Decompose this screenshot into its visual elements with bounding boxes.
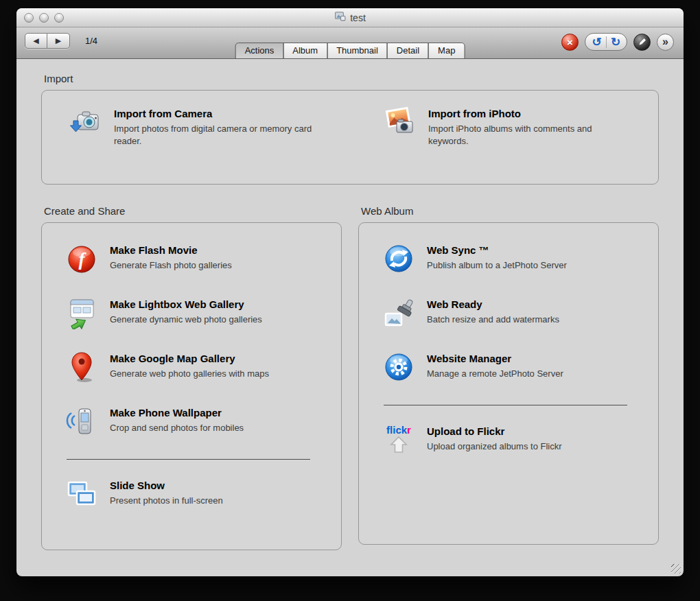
action-item-web-ready[interactable]: Web Ready Batch resize and add watermark… (382, 296, 647, 329)
web-album-column: Web Album (358, 201, 659, 545)
action-title: Make Flash Movie (110, 244, 232, 256)
action-subtitle: Publish album to a JetPhoto Server (427, 259, 567, 272)
create-share-box: f Make Flash Movie Generate Flash photo … (41, 222, 342, 550)
action-title: Make Google Map Gallery (110, 353, 269, 364)
action-title: Upload to Flickr (427, 425, 562, 437)
action-title: Import from Camera (114, 108, 316, 119)
action-title: Make Phone Wallpaper (110, 407, 244, 419)
redo-icon[interactable]: ↻ (606, 36, 625, 48)
section-label-create-share: Create and Share (44, 205, 342, 217)
import-box: Import from Camera Import photos from di… (41, 90, 659, 185)
action-text: Upload to Flickr Upload organized albums… (427, 423, 562, 456)
tab-album[interactable]: Album (283, 43, 327, 59)
tab-thumbnail[interactable]: Thumbnail (327, 43, 388, 59)
toolbar: ◀ ▶ 1/4 Actions Album Thumbnail Detail M… (16, 27, 684, 59)
tab-actions[interactable]: Actions (235, 43, 284, 59)
action-title: Import from iPhoto (428, 108, 631, 119)
edit-pen-icon[interactable] (633, 34, 651, 51)
action-text: Web Sync ™ Publish album to a JetPhoto S… (427, 242, 567, 275)
back-icon[interactable]: ◀ (25, 33, 47, 49)
action-subtitle: Generate web photo galleries with maps (110, 368, 269, 380)
web-album-divider (384, 405, 627, 405)
action-subtitle: Generate Flash photo galleries (110, 259, 232, 272)
actions-pane: Import Import from Camera Import photos (16, 59, 684, 576)
more-chevrons-icon[interactable]: » (657, 34, 674, 51)
action-item-make-google-map-gallery[interactable]: Make Google Map Gallery Generate web pho… (65, 351, 330, 384)
slide-show-icon (65, 478, 98, 510)
action-text: Slide Show Present photos in full-screen (110, 478, 223, 510)
title-bar[interactable]: test (16, 8, 684, 27)
nav-button-group: ◀ ▶ (25, 33, 70, 49)
lightbox-gallery-icon (65, 296, 98, 329)
svg-text:flickr: flickr (386, 424, 411, 436)
action-item-website-manager[interactable]: Website Manager Manage a remote JetPhoto… (382, 351, 647, 384)
flash-movie-icon: f (65, 242, 98, 275)
undo-icon[interactable]: ↺ (587, 36, 606, 48)
minimize-window-button[interactable] (39, 13, 49, 23)
action-text: Website Manager Manage a remote JetPhoto… (427, 351, 563, 384)
forward-icon[interactable]: ▶ (47, 33, 70, 49)
action-text: Import from Camera Import photos from di… (114, 106, 316, 147)
map-pin-icon (65, 351, 98, 384)
website-manager-gear-icon (382, 351, 415, 384)
create-share-column: Create and Share f Make Flash Movie (41, 201, 342, 550)
action-title: Slide Show (110, 480, 223, 491)
phone-wallpaper-icon (65, 405, 98, 438)
app-window: test ◀ ▶ 1/4 Actions Album Thumbnail Det… (16, 8, 684, 576)
action-item-make-flash-movie[interactable]: f Make Flash Movie Generate Flash photo … (65, 242, 330, 275)
page-indicator: 1/4 (85, 36, 97, 46)
document-icon (334, 10, 346, 25)
resize-grip[interactable] (671, 564, 681, 574)
view-tabs: Actions Album Thumbnail Detail Map (235, 43, 465, 59)
tab-detail[interactable]: Detail (387, 43, 429, 59)
action-title: Web Sync ™ (427, 244, 567, 256)
action-subtitle: Crop and send photos for mobiles (110, 422, 244, 434)
action-item-make-lightbox-gallery[interactable]: Make Lightbox Web Gallery Generate dynam… (65, 296, 330, 329)
action-title: Web Ready (427, 298, 559, 310)
action-subtitle: Manage a remote JetPhoto Server (427, 368, 563, 380)
action-title: Make Lightbox Web Gallery (110, 298, 262, 310)
toolbar-right-buttons: × ↺ ↻ » (561, 33, 674, 51)
flickr-upload-icon: flickr (382, 423, 415, 456)
action-subtitle: Generate dynamic web photo galleries (110, 314, 262, 326)
section-label-web-album: Web Album (361, 205, 659, 217)
iphoto-import-icon (384, 106, 417, 139)
undo-redo-group: ↺ ↻ (585, 33, 627, 51)
zoom-window-button[interactable] (54, 13, 64, 23)
action-text: Import from iPhoto Import iPhoto albums … (428, 106, 631, 147)
action-subtitle: Batch resize and add watermarks (427, 314, 559, 326)
action-text: Make Phone Wallpaper Crop and send photo… (110, 405, 244, 438)
action-text: Make Flash Movie Generate Flash photo ga… (110, 242, 232, 275)
action-subtitle: Upload organized albums to Flickr (427, 440, 562, 453)
web-album-box: Web Sync ™ Publish album to a JetPhoto S… (358, 222, 659, 545)
action-text: Make Lightbox Web Gallery Generate dynam… (110, 296, 262, 329)
web-ready-stamp-icon (382, 296, 415, 329)
create-share-divider (67, 459, 310, 460)
section-label-import: Import (44, 73, 659, 84)
window-title-group: test (334, 10, 366, 25)
tab-map[interactable]: Map (428, 43, 465, 59)
action-item-web-sync[interactable]: Web Sync ™ Publish album to a JetPhoto S… (382, 242, 647, 275)
action-subtitle: Present photos in full-screen (110, 495, 223, 507)
action-item-make-phone-wallpaper[interactable]: Make Phone Wallpaper Crop and send photo… (65, 405, 330, 438)
action-text: Web Ready Batch resize and add watermark… (427, 296, 559, 329)
action-item-import-from-camera[interactable]: Import from Camera Import photos from di… (69, 106, 384, 147)
action-item-upload-to-flickr[interactable]: flickr Upload to Flickr Upload organized… (382, 423, 647, 456)
action-text: Make Google Map Gallery Generate web pho… (110, 351, 269, 384)
close-red-icon[interactable]: × (561, 34, 579, 51)
action-item-slide-show[interactable]: Slide Show Present photos in full-screen (65, 478, 330, 510)
camera-import-icon (69, 106, 102, 139)
web-sync-icon (382, 242, 415, 275)
action-subtitle: Import iPhoto albums with comments and k… (428, 123, 631, 147)
window-controls (24, 13, 64, 23)
window-title: test (350, 12, 366, 23)
action-item-import-from-iphoto[interactable]: Import from iPhoto Import iPhoto albums … (384, 106, 631, 147)
action-subtitle: Import photos from digital camera or mem… (114, 123, 316, 147)
action-title: Website Manager (427, 353, 563, 364)
close-window-button[interactable] (24, 13, 34, 23)
